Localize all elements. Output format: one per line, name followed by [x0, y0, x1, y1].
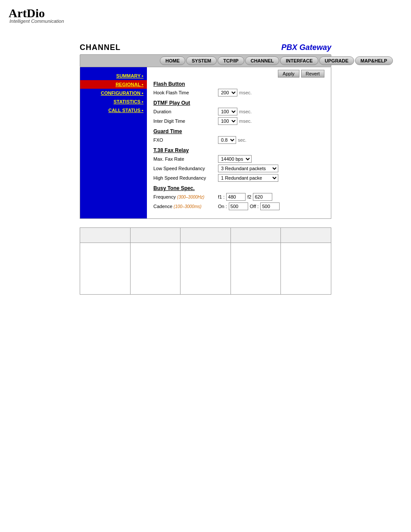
inter-digit-unit: msec.	[239, 118, 252, 124]
main-content: SUMMARY ▪ REGIONAL ▪ CONFIGURATION ▪ STA…	[80, 67, 331, 219]
cadence-control: On : Off :	[218, 202, 280, 210]
f1-input[interactable]	[226, 193, 246, 201]
high-speed-row: High Speed Redundancy 1 Redundant packe0…	[153, 174, 324, 182]
table-header-4	[230, 228, 281, 243]
nav-bar: HOME SYSTEM TCP/IP CHANNEL INTERFACE UPG…	[80, 54, 331, 67]
dtmf-heading: DTMF Play Out	[153, 100, 324, 106]
duration-select[interactable]: 100150200	[218, 108, 237, 115]
f2-label: f2	[247, 194, 251, 199]
sidebar-item-statistics[interactable]: STATISTICS ▪	[80, 97, 147, 106]
hook-flash-label: Hook Flash Time	[153, 90, 218, 95]
page-title: CHANNEL	[80, 43, 121, 52]
high-speed-select[interactable]: 1 Redundant packe0 Redundant packets2 Re…	[218, 174, 278, 182]
frequency-control: f1 : f2	[218, 193, 272, 201]
on-label: On :	[218, 204, 227, 209]
hook-flash-select[interactable]: 200300400500	[218, 89, 237, 96]
nav-home[interactable]: HOME	[160, 56, 185, 65]
logo: ArtDio Intelligent Communication	[9, 6, 402, 24]
off-label: Off :	[250, 204, 259, 209]
duration-row: Duration 100150200 msec.	[153, 108, 324, 115]
table-cell-3	[181, 243, 231, 295]
max-fax-control: 14400 bps9600 bps4800 bps	[218, 155, 252, 163]
bottom-table	[80, 227, 331, 295]
nav-system[interactable]: SYSTEM	[186, 56, 217, 65]
nav-maphelp[interactable]: MAP&HELP	[355, 56, 393, 65]
table-header-1	[80, 228, 131, 243]
low-speed-control: 3 Redundant packets0 Redundant packets1 …	[218, 165, 278, 172]
flash-button-heading: Flash Button	[153, 81, 324, 87]
nav-interface[interactable]: INTERFACE	[280, 56, 318, 65]
table-cell-1	[80, 243, 131, 295]
sidebar-item-callstatus[interactable]: CALL STATUS ▪	[80, 106, 147, 115]
logo-art: Art	[9, 6, 27, 20]
frequency-label: Frequency (300–3000Hz)	[153, 194, 218, 199]
hook-flash-control: 200300400500 msec.	[218, 89, 252, 96]
max-fax-select[interactable]: 14400 bps9600 bps4800 bps	[218, 155, 252, 163]
frequency-hint: (300–3000Hz)	[177, 195, 204, 199]
cadence-label: Cadence (100–3000ms)	[153, 204, 218, 209]
t38-heading: T.38 Fax Relay	[153, 147, 324, 153]
fxo-select[interactable]: 0.81.01.52.0	[218, 136, 236, 144]
sidebar-item-summary[interactable]: SUMMARY ▪	[80, 72, 147, 80]
hook-flash-row: Hook Flash Time 200300400500 msec.	[153, 89, 324, 96]
table-header-row	[80, 228, 331, 243]
fxo-row: FXO 0.81.01.52.0 sec.	[153, 136, 324, 144]
sidebar-item-regional[interactable]: REGIONAL ▪	[80, 80, 147, 89]
sidebar-item-configuration[interactable]: CONFIGURATION ▪	[80, 89, 147, 97]
f1-label: f1 :	[218, 194, 224, 199]
fxo-label: FXO	[153, 137, 218, 143]
fxo-unit: sec.	[238, 137, 246, 143]
on-input[interactable]	[229, 202, 248, 210]
fxo-control: 0.81.01.52.0 sec.	[218, 136, 246, 144]
hook-flash-unit: msec.	[239, 90, 252, 95]
cadence-hint: (100–3000ms)	[174, 204, 201, 209]
cadence-row: Cadence (100–3000ms) On : Off :	[153, 202, 324, 210]
nav-upgrade[interactable]: UPGRADE	[319, 56, 354, 65]
inter-digit-select[interactable]: 100150200	[218, 117, 237, 125]
low-speed-row: Low Speed Redundancy 3 Redundant packets…	[153, 165, 324, 172]
logo-dio: Dio	[27, 6, 45, 20]
busy-tone-heading: Busy Tone Spec.	[153, 185, 324, 191]
frequency-row: Frequency (300–3000Hz) f1 : f2	[153, 193, 324, 201]
f2-input[interactable]	[253, 193, 272, 201]
nav-channel[interactable]: CHANNEL	[245, 56, 280, 65]
max-fax-row: Max. Fax Rate 14400 bps9600 bps4800 bps	[153, 155, 324, 163]
duration-label: Duration	[153, 109, 218, 114]
inter-digit-control: 100150200 msec.	[218, 117, 252, 125]
page-title-bar: CHANNEL PBX Gateway	[0, 39, 411, 54]
table-cell-4	[230, 243, 281, 295]
revert-button[interactable]: Revert	[301, 70, 324, 78]
sidebar: SUMMARY ▪ REGIONAL ▪ CONFIGURATION ▪ STA…	[80, 67, 147, 218]
guard-time-heading: Guard Time	[153, 128, 324, 134]
content-panel: Apply Revert Flash Button Hook Flash Tim…	[147, 67, 331, 218]
action-buttons: Apply Revert	[153, 70, 324, 78]
logo-tagline: Intelligent Communication	[9, 19, 402, 24]
max-fax-label: Max. Fax Rate	[153, 156, 218, 162]
nav-tcpip[interactable]: TCP/IP	[218, 56, 244, 65]
page-subtitle: PBX Gateway	[281, 43, 331, 52]
low-speed-select[interactable]: 3 Redundant packets0 Redundant packets1 …	[218, 165, 278, 172]
high-speed-control: 1 Redundant packe0 Redundant packets2 Re…	[218, 174, 278, 182]
table-row	[80, 243, 331, 295]
off-input[interactable]	[260, 202, 280, 210]
table-header-3	[181, 228, 231, 243]
low-speed-label: Low Speed Redundancy	[153, 166, 218, 171]
duration-control: 100150200 msec.	[218, 108, 252, 115]
duration-unit: msec.	[239, 109, 252, 114]
header: ArtDio Intelligent Communication	[0, 0, 411, 26]
inter-digit-label: Inter Digit Time	[153, 118, 218, 124]
table-cell-2	[130, 243, 181, 295]
apply-button[interactable]: Apply	[278, 70, 299, 78]
table-cell-5	[281, 243, 331, 295]
table-header-2	[130, 228, 181, 243]
high-speed-label: High Speed Redundancy	[153, 175, 218, 180]
inter-digit-row: Inter Digit Time 100150200 msec.	[153, 117, 324, 125]
table-header-5	[281, 228, 331, 243]
